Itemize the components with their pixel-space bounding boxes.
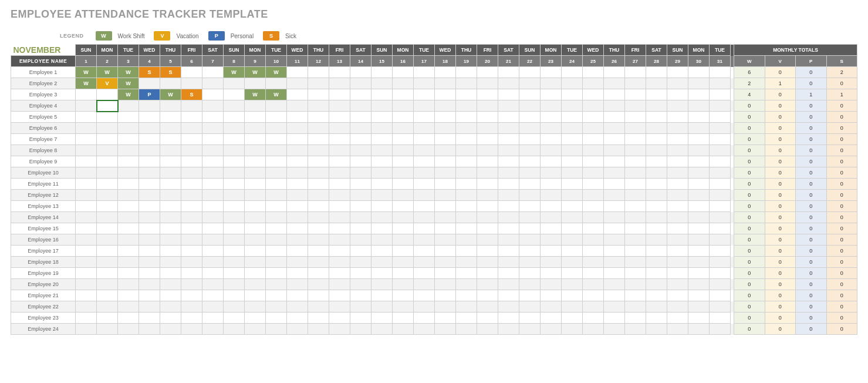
attendance-cell[interactable] <box>477 234 498 246</box>
attendance-cell[interactable]: V <box>97 78 118 89</box>
attendance-cell[interactable] <box>139 246 160 257</box>
attendance-cell[interactable] <box>308 234 329 246</box>
attendance-cell[interactable] <box>583 324 604 335</box>
attendance-cell[interactable] <box>646 246 667 257</box>
attendance-cell[interactable] <box>562 279 583 290</box>
attendance-cell[interactable] <box>646 179 667 190</box>
attendance-cell[interactable] <box>393 112 414 123</box>
attendance-cell[interactable] <box>456 301 477 313</box>
attendance-cell[interactable] <box>583 89 604 100</box>
attendance-cell[interactable] <box>266 313 287 324</box>
attendance-cell[interactable] <box>541 167 562 179</box>
attendance-cell[interactable] <box>562 145 583 156</box>
attendance-cell[interactable] <box>562 167 583 179</box>
attendance-cell[interactable] <box>498 246 519 257</box>
attendance-cell[interactable] <box>266 167 287 179</box>
attendance-cell[interactable] <box>646 190 667 201</box>
attendance-cell[interactable] <box>498 201 519 212</box>
attendance-cell[interactable] <box>625 156 646 167</box>
attendance-cell[interactable] <box>498 212 519 223</box>
attendance-cell[interactable] <box>308 290 329 301</box>
attendance-cell[interactable] <box>519 89 541 100</box>
attendance-cell[interactable] <box>160 257 181 268</box>
attendance-cell[interactable] <box>97 212 118 223</box>
attendance-cell[interactable] <box>477 67 498 78</box>
attendance-cell[interactable] <box>245 167 266 179</box>
attendance-cell[interactable] <box>414 190 435 201</box>
attendance-cell[interactable] <box>97 156 118 167</box>
attendance-cell[interactable] <box>646 156 667 167</box>
attendance-cell[interactable] <box>371 100 393 112</box>
attendance-cell[interactable] <box>118 313 139 324</box>
attendance-cell[interactable] <box>371 212 393 223</box>
attendance-cell[interactable] <box>371 89 393 100</box>
attendance-cell[interactable] <box>562 290 583 301</box>
attendance-cell[interactable] <box>181 279 202 290</box>
attendance-cell[interactable] <box>371 134 393 145</box>
attendance-cell[interactable] <box>456 112 477 123</box>
attendance-cell[interactable] <box>667 190 688 201</box>
attendance-cell[interactable] <box>139 134 160 145</box>
attendance-cell[interactable] <box>604 234 625 246</box>
attendance-cell[interactable] <box>160 301 181 313</box>
attendance-cell[interactable] <box>414 268 435 279</box>
attendance-cell[interactable] <box>519 301 541 313</box>
attendance-cell[interactable] <box>371 156 393 167</box>
attendance-cell[interactable] <box>350 112 371 123</box>
attendance-cell[interactable] <box>393 234 414 246</box>
attendance-cell[interactable] <box>350 145 371 156</box>
attendance-cell[interactable] <box>181 324 202 335</box>
attendance-cell[interactable] <box>583 190 604 201</box>
attendance-cell[interactable] <box>435 290 456 301</box>
attendance-cell[interactable] <box>435 145 456 156</box>
attendance-cell[interactable] <box>202 212 224 223</box>
attendance-cell[interactable] <box>76 123 97 134</box>
attendance-cell[interactable] <box>371 167 393 179</box>
attendance-cell[interactable] <box>224 112 245 123</box>
attendance-cell[interactable] <box>202 324 224 335</box>
attendance-cell[interactable] <box>562 156 583 167</box>
attendance-cell[interactable] <box>350 190 371 201</box>
attendance-cell[interactable] <box>604 279 625 290</box>
attendance-cell[interactable] <box>371 234 393 246</box>
attendance-cell[interactable] <box>646 134 667 145</box>
attendance-cell[interactable] <box>456 67 477 78</box>
attendance-cell[interactable] <box>160 156 181 167</box>
attendance-cell[interactable] <box>562 313 583 324</box>
attendance-cell[interactable] <box>477 89 498 100</box>
attendance-cell[interactable] <box>688 156 710 167</box>
attendance-cell[interactable] <box>414 201 435 212</box>
attendance-cell[interactable] <box>224 223 245 234</box>
attendance-cell[interactable] <box>710 156 731 167</box>
attendance-cell[interactable] <box>498 145 519 156</box>
attendance-cell[interactable] <box>456 234 477 246</box>
attendance-cell[interactable] <box>414 279 435 290</box>
attendance-cell[interactable] <box>477 78 498 89</box>
attendance-cell[interactable] <box>118 123 139 134</box>
attendance-cell[interactable] <box>646 145 667 156</box>
attendance-cell[interactable] <box>498 257 519 268</box>
attendance-cell[interactable] <box>76 301 97 313</box>
attendance-cell[interactable] <box>604 179 625 190</box>
attendance-cell[interactable] <box>224 156 245 167</box>
attendance-cell[interactable] <box>625 234 646 246</box>
attendance-cell[interactable] <box>160 279 181 290</box>
attendance-cell[interactable] <box>435 246 456 257</box>
attendance-cell[interactable] <box>224 324 245 335</box>
attendance-cell[interactable] <box>688 301 710 313</box>
attendance-cell[interactable] <box>329 156 350 167</box>
attendance-cell[interactable] <box>224 190 245 201</box>
attendance-cell[interactable] <box>456 89 477 100</box>
attendance-cell[interactable] <box>710 201 731 212</box>
attendance-cell[interactable] <box>583 290 604 301</box>
attendance-cell[interactable] <box>329 212 350 223</box>
attendance-cell[interactable] <box>393 89 414 100</box>
attendance-cell[interactable] <box>266 246 287 257</box>
attendance-cell[interactable] <box>371 324 393 335</box>
attendance-cell[interactable] <box>97 167 118 179</box>
attendance-cell[interactable] <box>139 145 160 156</box>
attendance-cell[interactable] <box>519 67 541 78</box>
attendance-cell[interactable] <box>245 78 266 89</box>
attendance-cell[interactable] <box>688 234 710 246</box>
attendance-cell[interactable] <box>118 167 139 179</box>
